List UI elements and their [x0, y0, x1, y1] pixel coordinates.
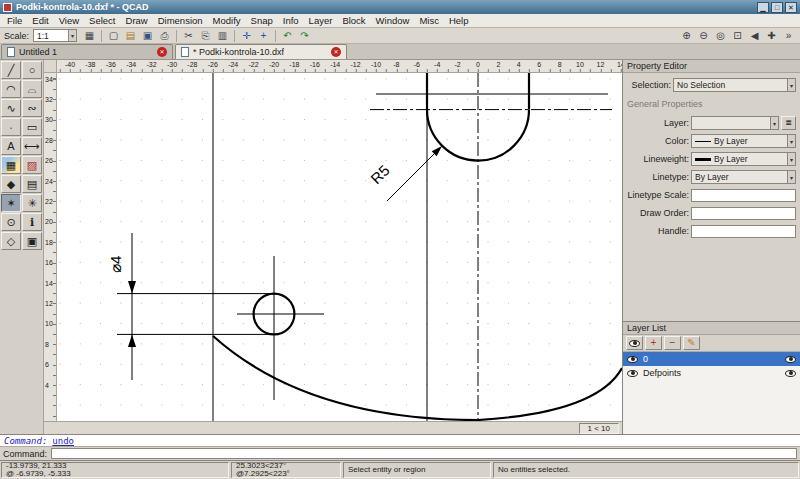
- isometric-tool-button[interactable]: ◇: [1, 232, 21, 250]
- menu-help[interactable]: Help: [444, 15, 474, 26]
- point-tool-button[interactable]: ∙: [1, 118, 21, 136]
- explode-tool-button[interactable]: ✳: [22, 194, 42, 212]
- handle-input[interactable]: [691, 225, 796, 238]
- menu-modify[interactable]: Modify: [208, 15, 246, 26]
- lineweight-combo[interactable]: By Layer▾: [691, 152, 796, 166]
- block-tool-button[interactable]: ◆: [1, 175, 21, 193]
- spline-tool-button[interactable]: ∿: [1, 99, 21, 117]
- save-file-button[interactable]: ▣: [139, 29, 156, 43]
- menu-info[interactable]: Info: [278, 15, 304, 26]
- circle-tool-button[interactable]: ○: [22, 61, 42, 79]
- linetype-scale-input[interactable]: [691, 189, 796, 202]
- v-ruler-label: 12: [45, 300, 53, 307]
- select-button[interactable]: ✛: [238, 29, 255, 43]
- close-button[interactable]: ✕: [785, 2, 797, 13]
- zoom-previous-button[interactable]: ◀: [746, 29, 763, 43]
- linetype-combo[interactable]: By Layer▾: [691, 170, 796, 184]
- construction-line-entities[interactable]: [213, 73, 608, 421]
- menu-misc[interactable]: Misc: [414, 15, 444, 26]
- open-file-button[interactable]: ▤: [122, 29, 139, 43]
- line-tool-button[interactable]: ╱: [1, 61, 21, 79]
- menu-edit[interactable]: Edit: [27, 15, 53, 26]
- toolbar-overflow-button[interactable]: »: [780, 29, 797, 43]
- v-ruler-label: 18: [45, 239, 53, 246]
- property-editor: Property Editor Selection: No Selection …: [623, 60, 800, 322]
- dimension-tool-button[interactable]: ⟷: [22, 137, 42, 155]
- menu-window[interactable]: Window: [371, 15, 415, 26]
- dimension-entities[interactable]: [117, 146, 442, 380]
- zoom-auto-button[interactable]: ◎: [712, 29, 729, 43]
- menu-dimension[interactable]: Dimension: [153, 15, 208, 26]
- diameter-dimension-label[interactable]: ⌀4: [107, 256, 124, 273]
- menu-layer[interactable]: Layer: [304, 15, 338, 26]
- layer-visibility-icon[interactable]: [627, 356, 638, 363]
- menu-select[interactable]: Select: [84, 15, 120, 26]
- polyline-tool-icon: ∾: [27, 103, 36, 114]
- add-entity-button[interactable]: +: [255, 29, 272, 43]
- tab-1[interactable]: Untitled 1✕: [1, 44, 173, 59]
- layer-state-icon[interactable]: [785, 370, 796, 377]
- center-line-entities[interactable]: [370, 73, 612, 421]
- command-history-entry[interactable]: undo: [52, 436, 74, 446]
- menu-block[interactable]: Block: [337, 15, 370, 26]
- print-button[interactable]: ⎙: [156, 29, 173, 43]
- cut-button[interactable]: ✂: [180, 29, 197, 43]
- text-tool-button[interactable]: A: [1, 137, 21, 155]
- projection-tool-button[interactable]: ▣: [22, 232, 42, 250]
- modify-tool-button[interactable]: ✶: [1, 194, 21, 212]
- pan-button[interactable]: ✚: [763, 29, 780, 43]
- layer-state-icon[interactable]: [785, 356, 796, 363]
- drawing-canvas[interactable]: ⌀4 R5: [57, 73, 622, 421]
- zoom-in-button[interactable]: ⊕: [678, 29, 695, 43]
- edit-layer-button[interactable]: ✎: [683, 336, 700, 350]
- layer-row-defpoints[interactable]: Defpoints: [623, 366, 800, 380]
- v-ruler-label: 28: [45, 137, 53, 144]
- draw-order-input[interactable]: [691, 207, 796, 220]
- zoom-window-button[interactable]: ⊡: [729, 29, 746, 43]
- snap-tool-button[interactable]: ⊙: [1, 213, 21, 231]
- ellipse-tool-button[interactable]: ⌓: [22, 80, 42, 98]
- info-tool-button[interactable]: ℹ: [22, 213, 42, 231]
- polyline-tool-button[interactable]: ∾: [22, 99, 42, 117]
- tab-2[interactable]: * Podki-kontrola-10.dxf✕: [175, 44, 347, 59]
- command-history[interactable]: Command: undo: [0, 434, 800, 446]
- layer-visibility-icon[interactable]: [627, 370, 638, 377]
- toggle-visibility-button[interactable]: [626, 336, 643, 350]
- maximize-button[interactable]: □: [771, 2, 783, 13]
- toolbar-separator: [275, 30, 276, 42]
- scale-combo[interactable]: 1:1 ▾: [33, 29, 77, 42]
- tab-close-button[interactable]: ✕: [331, 47, 341, 57]
- tab-close-button[interactable]: ✕: [157, 47, 167, 57]
- paste-button[interactable]: ▥: [214, 29, 231, 43]
- menu-snap[interactable]: Snap: [246, 15, 278, 26]
- hatch-tool-button[interactable]: ▨: [22, 156, 42, 174]
- copy-button[interactable]: ⎘: [197, 29, 214, 43]
- action-hint: Select entity or region: [343, 462, 491, 478]
- layer-row-0[interactable]: 0: [623, 352, 800, 366]
- command-line: Command:: [0, 446, 800, 460]
- menu-file[interactable]: File: [2, 15, 27, 26]
- menu-draw[interactable]: Draw: [121, 15, 153, 26]
- undo-button[interactable]: ↶: [279, 29, 296, 43]
- image-tool-button[interactable]: ▦: [1, 156, 21, 174]
- redo-button[interactable]: ↷: [296, 29, 313, 43]
- radius-dimension-label[interactable]: R5: [367, 162, 393, 188]
- arc-tool-button[interactable]: ◠: [1, 80, 21, 98]
- rectangle-tool-button[interactable]: ▭: [22, 118, 42, 136]
- command-input[interactable]: [51, 448, 797, 459]
- layer-combo[interactable]: ▾: [691, 116, 779, 130]
- grid-toggle-button[interactable]: ▦: [81, 29, 98, 43]
- menu-view[interactable]: View: [54, 15, 84, 26]
- minimize-button[interactable]: ▁: [757, 2, 769, 13]
- zoom-out-button[interactable]: ⊖: [695, 29, 712, 43]
- add-layer-button[interactable]: +: [645, 336, 662, 350]
- library-tool-button[interactable]: ▤: [22, 175, 42, 193]
- new-file-button[interactable]: ▢: [105, 29, 122, 43]
- add-entity-icon: +: [261, 31, 267, 41]
- selection-combo[interactable]: No Selection ▾: [673, 78, 796, 92]
- remove-layer-button[interactable]: −: [664, 336, 681, 350]
- color-combo[interactable]: By Layer▾: [691, 134, 796, 148]
- layer-list-title: Layer List: [623, 322, 800, 335]
- general-properties-section-label: General Properties: [623, 95, 800, 111]
- layer-list-button[interactable]: ≣: [781, 116, 796, 130]
